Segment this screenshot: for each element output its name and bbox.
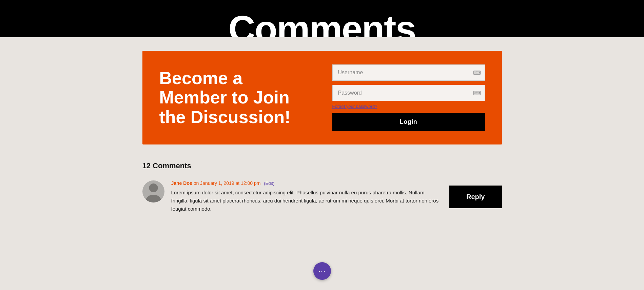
header-title: Comments xyxy=(228,10,415,37)
comment-edit-link[interactable]: (Edit) xyxy=(264,181,274,186)
login-button[interactable]: Login xyxy=(332,113,485,131)
comments-section: 12 Comments Jane Doe on January 1, 2019 … xyxy=(142,161,502,213)
login-form: ⌨ ⌨ Forgot your password? Login xyxy=(332,64,485,131)
forgot-password-link[interactable]: Forgot your password? xyxy=(332,104,485,109)
comment-meta: Jane Doe on January 1, 2019 at 12:00 pm … xyxy=(171,180,443,186)
svg-point-0 xyxy=(149,183,158,192)
comment-body: Jane Doe on January 1, 2019 at 12:00 pm … xyxy=(171,180,443,213)
dots-icon: ⋯ xyxy=(318,267,326,275)
header-banner: Comments xyxy=(0,0,644,37)
username-icon: ⌨ xyxy=(473,70,481,76)
username-input[interactable] xyxy=(332,64,485,81)
comment-item: Jane Doe on January 1, 2019 at 12:00 pm … xyxy=(142,180,502,213)
comment-author: Jane Doe xyxy=(171,180,192,186)
password-input[interactable] xyxy=(332,85,485,101)
comment-date: on January 1, 2019 at 12:00 pm xyxy=(194,180,261,186)
svg-point-1 xyxy=(146,195,161,202)
join-heading: Become a Member to Join the Discussion! xyxy=(159,69,312,127)
comments-count: 12 Comments xyxy=(142,161,502,170)
password-field-wrapper: ⌨ xyxy=(332,85,485,101)
floating-dots-button[interactable]: ⋯ xyxy=(313,262,331,280)
avatar-silhouette-icon xyxy=(142,180,164,202)
password-icon: ⌨ xyxy=(473,90,481,96)
main-content: Become a Member to Join the Discussion! … xyxy=(129,51,515,213)
avatar xyxy=(142,180,164,202)
comment-text: Lorem ipsum dolor sit amet, consectetur … xyxy=(171,189,443,213)
username-field-wrapper: ⌨ xyxy=(332,64,485,81)
join-card: Become a Member to Join the Discussion! … xyxy=(142,51,502,144)
reply-button[interactable]: Reply xyxy=(449,186,502,208)
